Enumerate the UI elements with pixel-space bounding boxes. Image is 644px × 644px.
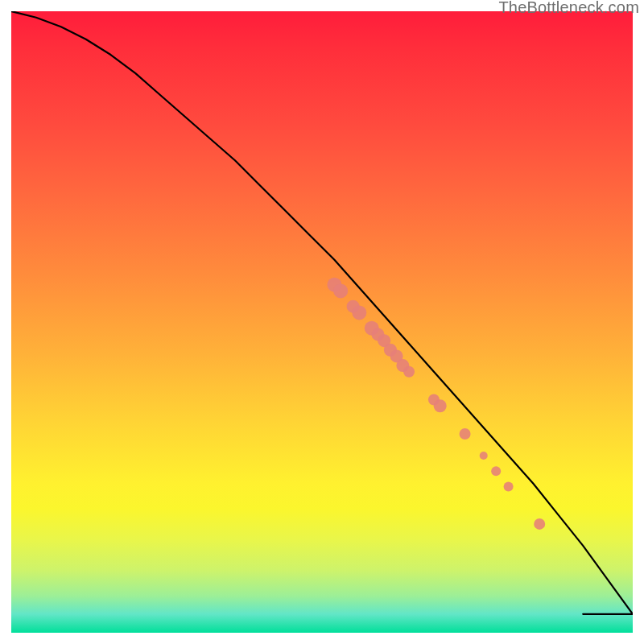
data-marker <box>491 466 501 476</box>
data-marker <box>480 452 488 460</box>
plot-area <box>11 11 633 633</box>
data-marker <box>333 283 348 298</box>
data-marker <box>434 399 447 412</box>
marker-group <box>327 278 545 530</box>
data-marker <box>352 305 366 320</box>
watermark-text: TheBottleneck.com <box>498 0 639 17</box>
chart-svg <box>11 11 633 633</box>
data-marker <box>534 518 545 530</box>
data-marker <box>460 428 471 440</box>
data-marker <box>504 482 514 492</box>
chart-container: TheBottleneck.com <box>0 0 644 644</box>
data-marker <box>403 366 415 378</box>
